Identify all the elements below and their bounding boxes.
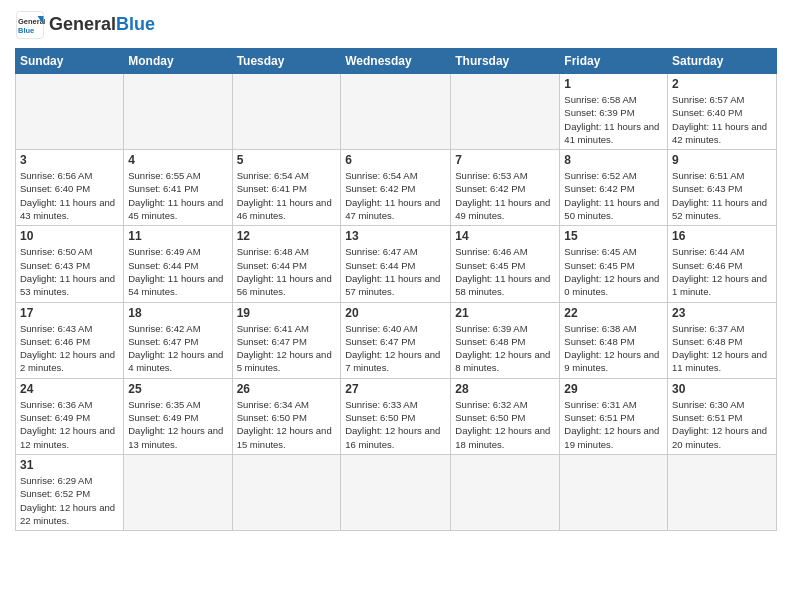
day-number: 4 xyxy=(128,153,227,167)
day-number: 17 xyxy=(20,306,119,320)
day-number: 9 xyxy=(672,153,772,167)
day-info: Sunrise: 6:55 AM Sunset: 6:41 PM Dayligh… xyxy=(128,169,227,222)
day-info: Sunrise: 6:41 AM Sunset: 6:47 PM Dayligh… xyxy=(237,322,337,375)
calendar-page: General Blue GeneralBlue SundayMondayTue… xyxy=(0,0,792,612)
day-number: 27 xyxy=(345,382,446,396)
day-number: 7 xyxy=(455,153,555,167)
day-info: Sunrise: 6:34 AM Sunset: 6:50 PM Dayligh… xyxy=(237,398,337,451)
calendar-cell xyxy=(560,454,668,530)
logo-blue: Blue xyxy=(116,14,155,34)
calendar-cell: 2Sunrise: 6:57 AM Sunset: 6:40 PM Daylig… xyxy=(668,74,777,150)
day-info: Sunrise: 6:54 AM Sunset: 6:41 PM Dayligh… xyxy=(237,169,337,222)
day-info: Sunrise: 6:40 AM Sunset: 6:47 PM Dayligh… xyxy=(345,322,446,375)
calendar-cell: 18Sunrise: 6:42 AM Sunset: 6:47 PM Dayli… xyxy=(124,302,232,378)
day-number: 22 xyxy=(564,306,663,320)
calendar-cell: 11Sunrise: 6:49 AM Sunset: 6:44 PM Dayli… xyxy=(124,226,232,302)
calendar-cell xyxy=(232,454,341,530)
day-number: 20 xyxy=(345,306,446,320)
day-info: Sunrise: 6:57 AM Sunset: 6:40 PM Dayligh… xyxy=(672,93,772,146)
weekday-header-thursday: Thursday xyxy=(451,49,560,74)
day-info: Sunrise: 6:35 AM Sunset: 6:49 PM Dayligh… xyxy=(128,398,227,451)
day-number: 15 xyxy=(564,229,663,243)
day-number: 25 xyxy=(128,382,227,396)
day-info: Sunrise: 6:29 AM Sunset: 6:52 PM Dayligh… xyxy=(20,474,119,527)
day-info: Sunrise: 6:45 AM Sunset: 6:45 PM Dayligh… xyxy=(564,245,663,298)
calendar-cell: 15Sunrise: 6:45 AM Sunset: 6:45 PM Dayli… xyxy=(560,226,668,302)
calendar-cell: 10Sunrise: 6:50 AM Sunset: 6:43 PM Dayli… xyxy=(16,226,124,302)
day-number: 26 xyxy=(237,382,337,396)
calendar-cell xyxy=(668,454,777,530)
day-number: 19 xyxy=(237,306,337,320)
day-info: Sunrise: 6:53 AM Sunset: 6:42 PM Dayligh… xyxy=(455,169,555,222)
day-info: Sunrise: 6:48 AM Sunset: 6:44 PM Dayligh… xyxy=(237,245,337,298)
day-info: Sunrise: 6:47 AM Sunset: 6:44 PM Dayligh… xyxy=(345,245,446,298)
day-number: 13 xyxy=(345,229,446,243)
day-info: Sunrise: 6:37 AM Sunset: 6:48 PM Dayligh… xyxy=(672,322,772,375)
day-number: 29 xyxy=(564,382,663,396)
calendar-cell xyxy=(341,454,451,530)
day-info: Sunrise: 6:32 AM Sunset: 6:50 PM Dayligh… xyxy=(455,398,555,451)
day-info: Sunrise: 6:46 AM Sunset: 6:45 PM Dayligh… xyxy=(455,245,555,298)
day-info: Sunrise: 6:33 AM Sunset: 6:50 PM Dayligh… xyxy=(345,398,446,451)
calendar-table: SundayMondayTuesdayWednesdayThursdayFrid… xyxy=(15,48,777,531)
day-info: Sunrise: 6:42 AM Sunset: 6:47 PM Dayligh… xyxy=(128,322,227,375)
day-number: 12 xyxy=(237,229,337,243)
calendar-week-3: 10Sunrise: 6:50 AM Sunset: 6:43 PM Dayli… xyxy=(16,226,777,302)
calendar-cell: 12Sunrise: 6:48 AM Sunset: 6:44 PM Dayli… xyxy=(232,226,341,302)
calendar-week-4: 17Sunrise: 6:43 AM Sunset: 6:46 PM Dayli… xyxy=(16,302,777,378)
calendar-cell: 13Sunrise: 6:47 AM Sunset: 6:44 PM Dayli… xyxy=(341,226,451,302)
logo: General Blue GeneralBlue xyxy=(15,10,155,40)
day-number: 18 xyxy=(128,306,227,320)
day-number: 3 xyxy=(20,153,119,167)
calendar-cell: 23Sunrise: 6:37 AM Sunset: 6:48 PM Dayli… xyxy=(668,302,777,378)
logo-text: GeneralBlue xyxy=(49,15,155,35)
calendar-cell: 16Sunrise: 6:44 AM Sunset: 6:46 PM Dayli… xyxy=(668,226,777,302)
calendar-cell: 21Sunrise: 6:39 AM Sunset: 6:48 PM Dayli… xyxy=(451,302,560,378)
day-number: 23 xyxy=(672,306,772,320)
day-info: Sunrise: 6:56 AM Sunset: 6:40 PM Dayligh… xyxy=(20,169,119,222)
day-number: 11 xyxy=(128,229,227,243)
calendar-header-row: SundayMondayTuesdayWednesdayThursdayFrid… xyxy=(16,49,777,74)
day-number: 28 xyxy=(455,382,555,396)
calendar-cell: 24Sunrise: 6:36 AM Sunset: 6:49 PM Dayli… xyxy=(16,378,124,454)
calendar-cell: 26Sunrise: 6:34 AM Sunset: 6:50 PM Dayli… xyxy=(232,378,341,454)
calendar-cell: 27Sunrise: 6:33 AM Sunset: 6:50 PM Dayli… xyxy=(341,378,451,454)
weekday-header-sunday: Sunday xyxy=(16,49,124,74)
logo-icon: General Blue xyxy=(15,10,45,40)
calendar-cell: 29Sunrise: 6:31 AM Sunset: 6:51 PM Dayli… xyxy=(560,378,668,454)
calendar-cell: 1Sunrise: 6:58 AM Sunset: 6:39 PM Daylig… xyxy=(560,74,668,150)
header: General Blue GeneralBlue xyxy=(15,10,777,40)
calendar-cell xyxy=(16,74,124,150)
day-info: Sunrise: 6:38 AM Sunset: 6:48 PM Dayligh… xyxy=(564,322,663,375)
day-number: 21 xyxy=(455,306,555,320)
day-number: 2 xyxy=(672,77,772,91)
calendar-cell xyxy=(124,74,232,150)
calendar-cell xyxy=(232,74,341,150)
day-info: Sunrise: 6:30 AM Sunset: 6:51 PM Dayligh… xyxy=(672,398,772,451)
calendar-cell: 9Sunrise: 6:51 AM Sunset: 6:43 PM Daylig… xyxy=(668,150,777,226)
day-number: 10 xyxy=(20,229,119,243)
calendar-cell: 19Sunrise: 6:41 AM Sunset: 6:47 PM Dayli… xyxy=(232,302,341,378)
day-number: 30 xyxy=(672,382,772,396)
weekday-header-monday: Monday xyxy=(124,49,232,74)
day-info: Sunrise: 6:31 AM Sunset: 6:51 PM Dayligh… xyxy=(564,398,663,451)
day-info: Sunrise: 6:58 AM Sunset: 6:39 PM Dayligh… xyxy=(564,93,663,146)
calendar-cell: 17Sunrise: 6:43 AM Sunset: 6:46 PM Dayli… xyxy=(16,302,124,378)
calendar-week-2: 3Sunrise: 6:56 AM Sunset: 6:40 PM Daylig… xyxy=(16,150,777,226)
day-info: Sunrise: 6:44 AM Sunset: 6:46 PM Dayligh… xyxy=(672,245,772,298)
day-number: 14 xyxy=(455,229,555,243)
day-number: 24 xyxy=(20,382,119,396)
calendar-cell: 30Sunrise: 6:30 AM Sunset: 6:51 PM Dayli… xyxy=(668,378,777,454)
svg-text:Blue: Blue xyxy=(18,26,34,35)
weekday-header-tuesday: Tuesday xyxy=(232,49,341,74)
calendar-cell: 6Sunrise: 6:54 AM Sunset: 6:42 PM Daylig… xyxy=(341,150,451,226)
calendar-cell: 14Sunrise: 6:46 AM Sunset: 6:45 PM Dayli… xyxy=(451,226,560,302)
calendar-cell xyxy=(451,74,560,150)
day-info: Sunrise: 6:51 AM Sunset: 6:43 PM Dayligh… xyxy=(672,169,772,222)
calendar-cell xyxy=(451,454,560,530)
day-number: 5 xyxy=(237,153,337,167)
day-number: 16 xyxy=(672,229,772,243)
calendar-cell: 22Sunrise: 6:38 AM Sunset: 6:48 PM Dayli… xyxy=(560,302,668,378)
day-info: Sunrise: 6:54 AM Sunset: 6:42 PM Dayligh… xyxy=(345,169,446,222)
calendar-cell xyxy=(124,454,232,530)
